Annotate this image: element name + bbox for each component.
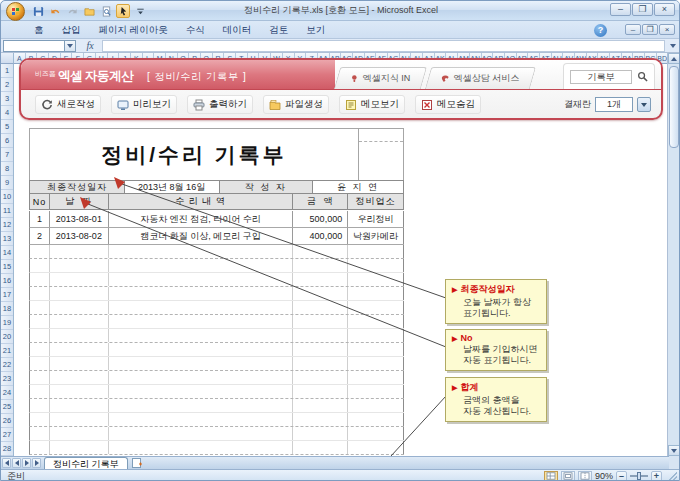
zoom-out-icon[interactable]: – — [616, 471, 627, 481]
cell[interactable] — [348, 427, 404, 440]
toolbar-button-memo-hide[interactable]: 메모숨김 — [415, 95, 481, 114]
cell[interactable] — [348, 371, 404, 384]
cell[interactable] — [109, 441, 294, 454]
cell[interactable] — [109, 371, 294, 384]
cell[interactable] — [50, 315, 109, 328]
pointer-icon[interactable] — [116, 4, 130, 18]
cell[interactable] — [50, 259, 109, 272]
page-break-view-icon[interactable] — [578, 471, 592, 481]
table-header-cell[interactable]: 정비업소 — [348, 194, 404, 209]
cell-no[interactable]: 2 — [30, 228, 50, 244]
cell[interactable] — [30, 315, 50, 328]
cell[interactable] — [109, 357, 294, 370]
last-sheet-icon[interactable] — [32, 458, 41, 468]
approval-stamp-box[interactable] — [358, 128, 404, 180]
row-header[interactable]: 18 — [1, 302, 13, 316]
cell[interactable] — [50, 357, 109, 370]
row-header[interactable]: 26 — [1, 414, 13, 428]
row-header[interactable]: 28 — [1, 442, 13, 456]
row-header[interactable]: 10 — [1, 190, 13, 204]
row-header[interactable]: 4 — [1, 106, 13, 120]
workbook-minimize-icon[interactable]: – — [625, 24, 641, 35]
cell[interactable] — [109, 343, 294, 356]
toolbar-button-refresh[interactable]: 새로작성 — [35, 95, 101, 114]
last-edit-date-label[interactable]: 최종작성일자 — [30, 181, 125, 193]
cell[interactable] — [50, 245, 109, 258]
approval-count-select[interactable]: 1개 — [595, 97, 633, 112]
cell[interactable] — [293, 385, 348, 398]
cell[interactable] — [109, 259, 294, 272]
search-input[interactable]: 기록부 — [570, 70, 632, 84]
insert-sheet-icon[interactable] — [131, 458, 143, 469]
row-header[interactable]: 1 — [1, 64, 13, 78]
cell[interactable] — [348, 273, 404, 286]
row-header[interactable]: 5 — [1, 120, 13, 134]
toolbar-button-preview[interactable]: 미리보기 — [111, 95, 177, 114]
cell[interactable] — [348, 441, 404, 454]
cell[interactable] — [30, 329, 50, 342]
ribbon-tab[interactable]: 검토 — [260, 21, 297, 39]
close-icon[interactable]: × — [654, 3, 675, 16]
print-preview-icon[interactable] — [99, 4, 113, 18]
restore-icon[interactable]: ❐ — [632, 3, 653, 16]
cell[interactable] — [109, 413, 294, 426]
toolbar-button-file[interactable]: 파일생성 — [263, 95, 329, 114]
cell[interactable] — [293, 245, 348, 258]
row-header[interactable]: 27 — [1, 428, 13, 442]
cell[interactable] — [348, 329, 404, 342]
title-bar[interactable]: 정비수리 기록부.xls [호환 모드] - Microsoft Excel –… — [1, 1, 680, 21]
cell[interactable] — [30, 413, 50, 426]
row-header[interactable]: 21 — [1, 344, 13, 358]
cell[interactable] — [50, 441, 109, 454]
cell[interactable] — [293, 259, 348, 272]
table-header-cell[interactable]: 수 리 내 역 — [109, 194, 294, 209]
row-header[interactable]: 16 — [1, 274, 13, 288]
zoom-level[interactable]: 90% — [595, 471, 613, 481]
search-icon[interactable] — [637, 68, 648, 86]
zoom-slider-thumb[interactable] — [637, 472, 641, 480]
cell[interactable] — [30, 357, 50, 370]
cell-desc[interactable]: 캠코더 화질 이상, 메모리 구입 — [109, 228, 294, 244]
workbook-restore-icon[interactable]: ❐ — [642, 24, 658, 35]
row-header[interactable]: 3 — [1, 92, 13, 106]
cell[interactable] — [293, 343, 348, 356]
last-edit-date-value[interactable]: 2013년 8월 16일 — [125, 181, 220, 193]
row-header[interactable]: 13 — [1, 232, 13, 246]
resize-grip[interactable] — [669, 472, 677, 480]
sheet-tab-active[interactable]: 정비수리 기록부 — [44, 457, 128, 469]
row-header[interactable]: 15 — [1, 260, 13, 274]
cell[interactable] — [348, 287, 404, 300]
cell[interactable] — [293, 441, 348, 454]
cell-date[interactable]: 2013-08-02 — [50, 228, 109, 244]
ribbon-tab[interactable]: 보기 — [297, 21, 334, 39]
approval-dropdown-icon[interactable] — [637, 97, 651, 112]
cell[interactable] — [348, 357, 404, 370]
cell[interactable] — [50, 301, 109, 314]
cell[interactable] — [293, 287, 348, 300]
row-header[interactable]: 8 — [1, 162, 13, 176]
name-box[interactable] — [3, 40, 65, 52]
cell[interactable] — [50, 385, 109, 398]
cell[interactable] — [109, 301, 294, 314]
cell[interactable] — [109, 245, 294, 258]
link-tab[interactable]: 엑셀상담 서비스 — [424, 67, 535, 89]
minimize-icon[interactable]: – — [610, 3, 631, 16]
vertical-scroll-thumb[interactable] — [669, 66, 679, 148]
cell[interactable] — [50, 399, 109, 412]
cell[interactable] — [293, 329, 348, 342]
insert-function-icon[interactable]: fx — [80, 40, 100, 52]
toolbar-button-memo-show[interactable]: 메모보기 — [339, 95, 405, 114]
name-box-dropdown-icon[interactable] — [65, 40, 76, 52]
redo-icon[interactable] — [65, 4, 79, 18]
row-header[interactable]: 25 — [1, 400, 13, 414]
next-sheet-icon[interactable] — [22, 458, 31, 468]
ribbon-tab[interactable]: 데이터 — [214, 21, 261, 39]
scroll-up-icon[interactable] — [668, 53, 680, 64]
writer-label[interactable]: 작 성 자 — [220, 181, 314, 193]
cell[interactable] — [293, 301, 348, 314]
help-icon[interactable]: ? — [594, 24, 607, 37]
ribbon-tab[interactable]: 홈 — [25, 21, 53, 39]
form-title[interactable]: 정비/수리 기록부 — [29, 128, 358, 180]
cell[interactable] — [348, 301, 404, 314]
cell[interactable] — [30, 371, 50, 384]
